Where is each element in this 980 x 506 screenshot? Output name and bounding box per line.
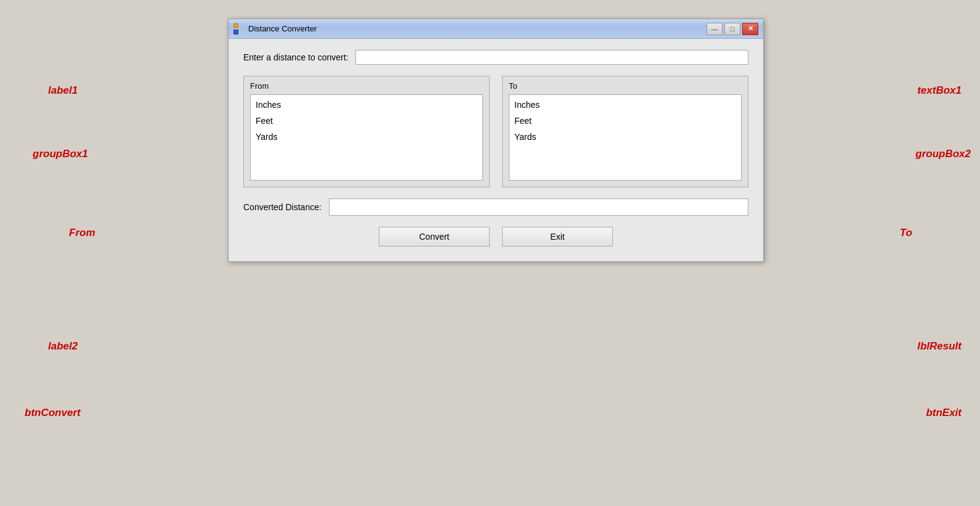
list-item[interactable]: Feet <box>254 113 479 129</box>
title-buttons: — □ ✕ <box>707 23 758 35</box>
list-item[interactable]: Inches <box>513 97 737 113</box>
ann-btnexit: btnExit <box>926 407 962 419</box>
exit-button[interactable]: Exit <box>502 227 613 247</box>
groups-row: From Inches Feet Yards To Inches Feet Ya… <box>243 76 748 187</box>
lbl-result <box>329 198 748 216</box>
close-button[interactable]: ✕ <box>742 23 758 35</box>
app-icon <box>233 23 245 35</box>
convert-button[interactable]: Convert <box>379 227 490 247</box>
from-group-title: From <box>250 81 483 91</box>
list-item[interactable]: Inches <box>254 97 479 113</box>
buttons-row: Convert Exit <box>243 227 748 247</box>
distance-converter-window: Distance Converter — □ ✕ Enter a distanc… <box>228 18 764 262</box>
from-listbox[interactable]: Inches Feet Yards <box>250 94 483 181</box>
ann-from-label: From <box>69 227 95 239</box>
label1: Enter a distance to convert: <box>243 52 348 62</box>
minimize-button[interactable]: — <box>707 23 723 35</box>
list-item[interactable]: Feet <box>513 113 737 129</box>
list-item[interactable]: Yards <box>513 129 737 145</box>
list-item[interactable]: Yards <box>254 129 479 145</box>
textbox1[interactable] <box>355 50 748 65</box>
ann-label1: label1 <box>48 84 78 97</box>
result-row: Converted Distance: <box>243 198 748 216</box>
ann-to-label: To <box>900 227 912 239</box>
to-listbox[interactable]: Inches Feet Yards <box>509 94 742 181</box>
ann-textbox1: textBox1 <box>917 84 962 97</box>
window-content: Enter a distance to convert: From Inches… <box>229 39 763 261</box>
top-row: Enter a distance to convert: <box>243 50 748 65</box>
page-wrapper: label1 groupBox1 From label2 btnConvert … <box>0 0 980 506</box>
groupbox1: From Inches Feet Yards <box>243 76 490 187</box>
restore-button[interactable]: □ <box>724 23 740 35</box>
label2: Converted Distance: <box>243 202 322 212</box>
ann-btnconvert: btnConvert <box>25 407 81 419</box>
to-group-title: To <box>509 81 742 91</box>
window-title: Distance Converter <box>248 24 707 33</box>
ann-groupbox2: groupBox2 <box>915 148 971 160</box>
title-bar: Distance Converter — □ ✕ <box>229 19 763 39</box>
ann-lblresult: lblResult <box>917 340 962 353</box>
groupbox2: To Inches Feet Yards <box>502 76 748 187</box>
ann-groupbox1: groupBox1 <box>33 148 88 160</box>
ann-label2: label2 <box>48 340 78 353</box>
